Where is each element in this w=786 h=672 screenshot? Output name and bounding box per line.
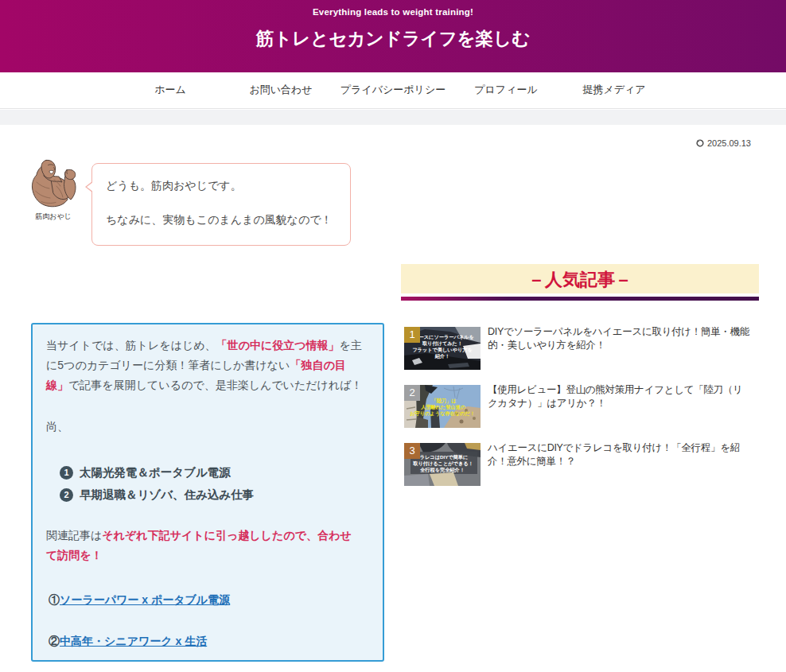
svg-text:全行程を完全紹介！: 全行程を完全紹介！ xyxy=(420,467,465,473)
svg-text:フラットで美しいやり方を: フラットで美しいやり方を xyxy=(412,347,473,353)
svg-text:取り付けることができる！: 取り付けることができる！ xyxy=(412,460,473,467)
svg-text:エースにソーラーパネルを: エースにソーラーパネルを xyxy=(414,334,474,340)
svg-text:「陸刀」は: 「陸刀」は xyxy=(431,398,456,404)
svg-text:お守りのような存在なのだ！: お守りのような存在なのだ！ xyxy=(410,410,475,417)
svg-text:ラレコはDIYで簡単に: ラレコはDIYで簡単に xyxy=(420,454,469,460)
svg-text:人里離れた登山道の: 人里離れた登山道の xyxy=(421,404,466,410)
svg-text:紹介！: 紹介！ xyxy=(434,353,450,359)
svg-text:取り付けてみた！: 取り付けてみた！ xyxy=(422,340,462,347)
